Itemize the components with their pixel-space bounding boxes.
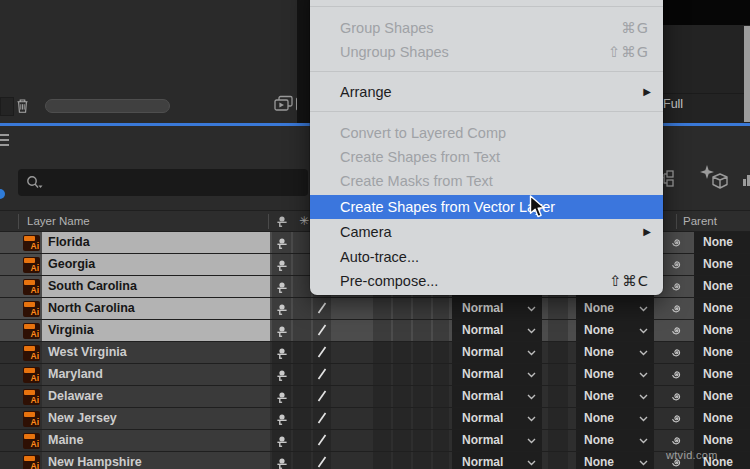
switch-cell[interactable] — [413, 298, 431, 319]
layer-name[interactable]: Maryland — [42, 364, 270, 385]
switch-cell[interactable] — [413, 386, 431, 407]
shy-switch[interactable] — [272, 386, 291, 407]
blend-mode-dropdown[interactable]: Normal — [452, 452, 542, 469]
layer-row[interactable]: AiMaineNormalNoneNone — [0, 430, 750, 452]
preserve-transparency-switch[interactable] — [548, 342, 568, 363]
panel-button-sliver[interactable] — [0, 97, 14, 116]
track-matte-dropdown[interactable]: None — [576, 364, 654, 385]
switch-cell[interactable] — [393, 386, 411, 407]
switch-cell[interactable] — [293, 298, 311, 319]
switch-cell[interactable] — [413, 430, 431, 451]
menu-item-arrange[interactable]: Arrange▶ — [310, 80, 663, 104]
shy-switch[interactable] — [272, 232, 291, 253]
switch-cell[interactable] — [373, 364, 391, 385]
switch-cell[interactable] — [373, 408, 391, 429]
parent-pickwhip[interactable] — [660, 408, 692, 429]
layer-row[interactable]: AiDelawareNormalNoneNone — [0, 386, 750, 408]
switch-cell[interactable] — [413, 408, 431, 429]
collapse-transformations-icon[interactable]: ✳ — [299, 214, 309, 228]
layer-row[interactable]: AiNew HampshireNormalNoneNone — [0, 452, 750, 469]
switch-cell[interactable] — [373, 342, 391, 363]
preserve-transparency-switch[interactable] — [548, 364, 568, 385]
layer-name[interactable]: New Hampshire — [42, 452, 270, 469]
switch-cell[interactable] — [433, 298, 449, 319]
switch-cell[interactable] — [393, 452, 411, 469]
shy-switch[interactable] — [272, 364, 291, 385]
draft-3d-icon[interactable] — [699, 165, 733, 192]
track-matte-dropdown[interactable]: None — [576, 430, 654, 451]
quality-switch[interactable] — [313, 298, 331, 319]
preserve-transparency-switch[interactable] — [548, 320, 568, 341]
switch-cell[interactable] — [293, 254, 311, 275]
preserve-transparency-switch[interactable] — [548, 298, 568, 319]
switch-cell[interactable] — [293, 320, 311, 341]
layer-name[interactable]: New Jersey — [42, 408, 270, 429]
layer-row[interactable]: AiNew JerseyNormalNoneNone — [0, 408, 750, 430]
parent-pickwhip[interactable] — [660, 430, 692, 451]
switch-cell[interactable] — [293, 276, 311, 297]
parent-dropdown[interactable]: None — [694, 342, 750, 363]
switch-cell[interactable] — [293, 430, 311, 451]
switch-cell[interactable] — [293, 342, 311, 363]
switch-cell[interactable] — [433, 342, 449, 363]
shy-switch[interactable] — [272, 320, 291, 341]
parent-dropdown[interactable]: None — [694, 408, 750, 429]
menu-item-camera[interactable]: Camera▶ — [310, 220, 663, 244]
stacked-frames-icon[interactable] — [273, 95, 294, 112]
switch-cell[interactable] — [393, 408, 411, 429]
shy-switch[interactable] — [272, 298, 291, 319]
layer-row[interactable]: AiMarylandNormalNoneNone — [0, 364, 750, 386]
switch-cell[interactable] — [393, 364, 411, 385]
layer-row[interactable]: AiWest VirginiaNormalNoneNone — [0, 342, 750, 364]
switch-cell[interactable] — [373, 386, 391, 407]
menu-item-pre-compose[interactable]: Pre-compose...⇧⌘C — [310, 269, 663, 293]
quality-switch[interactable] — [313, 430, 331, 451]
track-matte-dropdown[interactable]: None — [576, 452, 654, 469]
blend-mode-dropdown[interactable]: Normal — [452, 408, 542, 429]
parent-pickwhip[interactable] — [660, 386, 692, 407]
switch-cell[interactable] — [433, 452, 449, 469]
blend-mode-dropdown[interactable]: Normal — [452, 320, 542, 341]
search-input[interactable] — [18, 169, 308, 196]
switch-cell[interactable] — [293, 232, 311, 253]
switch-cell[interactable] — [433, 320, 449, 341]
shy-switch[interactable] — [272, 408, 291, 429]
layer-row[interactable]: AiVirginiaNormalNoneNone — [0, 320, 750, 342]
blend-mode-dropdown[interactable]: Normal — [452, 298, 542, 319]
switch-cell[interactable] — [433, 364, 449, 385]
parent-dropdown[interactable]: None — [694, 298, 750, 319]
panel-menu-icon[interactable] — [0, 134, 9, 149]
horizontal-scrollbar[interactable] — [45, 99, 170, 113]
resolution-dropdown[interactable]: Full — [663, 97, 683, 111]
layer-name[interactable]: Virginia — [42, 320, 270, 341]
preserve-transparency-switch[interactable] — [548, 452, 568, 469]
shy-switch[interactable] — [272, 430, 291, 451]
menu-item-auto-trace[interactable]: Auto-trace... — [310, 245, 663, 269]
layer-name[interactable]: North Carolina — [42, 298, 270, 319]
switch-cell[interactable] — [433, 386, 449, 407]
layer-name[interactable]: South Carolina — [42, 276, 270, 297]
vertical-scrollbar[interactable] — [744, 26, 750, 122]
quality-switch[interactable] — [313, 408, 331, 429]
parent-dropdown[interactable]: None — [694, 254, 750, 275]
switch-cell[interactable] — [393, 320, 411, 341]
switch-cell[interactable] — [373, 452, 391, 469]
layer-name[interactable]: West Virginia — [42, 342, 270, 363]
parent-dropdown[interactable]: None — [694, 232, 750, 253]
quality-switch[interactable] — [313, 386, 331, 407]
quality-switch[interactable] — [313, 320, 331, 341]
switch-cell[interactable] — [373, 320, 391, 341]
blend-mode-dropdown[interactable]: Normal — [452, 430, 542, 451]
switch-cell[interactable] — [293, 408, 311, 429]
layer-row[interactable]: AiNorth CarolinaNormalNoneNone — [0, 298, 750, 320]
blend-mode-dropdown[interactable]: Normal — [452, 386, 542, 407]
parent-pickwhip[interactable] — [660, 276, 692, 297]
shy-column-icon[interactable] — [276, 215, 288, 228]
switch-cell[interactable] — [393, 298, 411, 319]
switch-cell[interactable] — [433, 408, 449, 429]
parent-pickwhip[interactable] — [660, 298, 692, 319]
parent-dropdown[interactable]: None — [694, 276, 750, 297]
switch-cell[interactable] — [413, 320, 431, 341]
track-matte-dropdown[interactable]: None — [576, 408, 654, 429]
parent-pickwhip[interactable] — [660, 254, 692, 275]
